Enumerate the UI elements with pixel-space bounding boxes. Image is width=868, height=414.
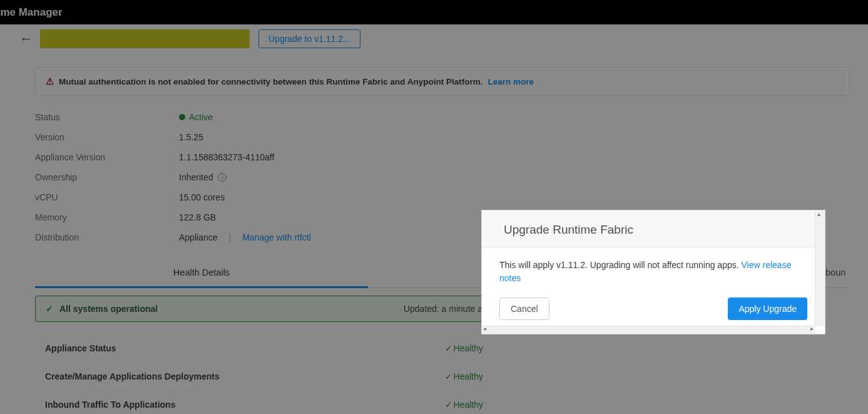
modal-body-text: This will apply v1.11.2. Upgrading will … xyxy=(499,260,742,270)
modal-body: This will apply v1.11.2. Upgrading will … xyxy=(482,247,825,289)
modal-title: Upgrade Runtime Fabric xyxy=(482,210,825,247)
modal-backdrop[interactable] xyxy=(0,0,868,414)
modal-scrollbar-horizontal[interactable] xyxy=(482,326,815,334)
modal-scrollbar-vertical[interactable] xyxy=(815,210,825,326)
upgrade-modal: Upgrade Runtime Fabric This will apply v… xyxy=(481,210,825,334)
apply-upgrade-button[interactable]: Apply Upgrade xyxy=(728,298,807,320)
cancel-button[interactable]: Cancel xyxy=(499,298,549,320)
